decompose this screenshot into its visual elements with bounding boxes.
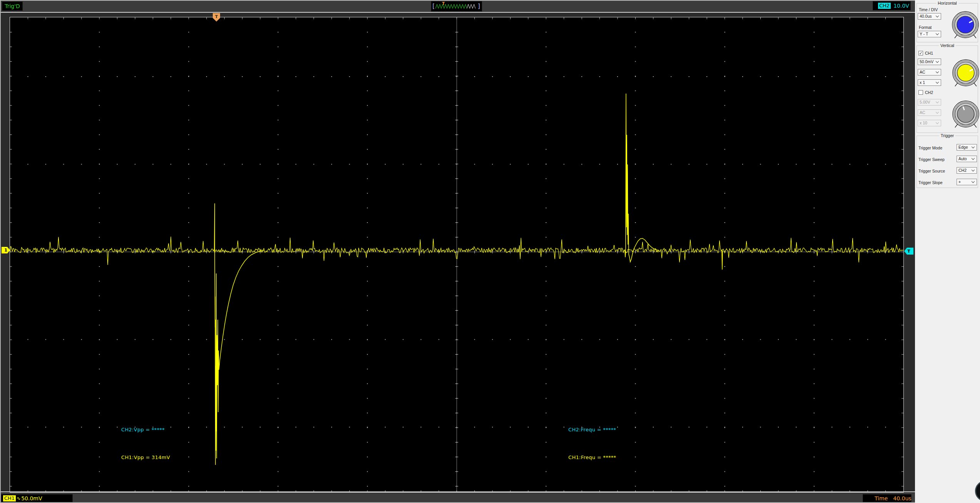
trigger-group-title: Trigger bbox=[939, 133, 955, 138]
format-select[interactable]: Y - T bbox=[918, 31, 941, 37]
format-label: Format bbox=[919, 25, 932, 30]
horizontal-group: Horizontal Time / DIV 40.0us Format Y - … bbox=[917, 3, 978, 42]
format-value: Y - T bbox=[920, 31, 928, 37]
ch1-vpp-readout: CH1:Vpp = 314mV bbox=[121, 454, 170, 460]
preview-trigger-marker[interactable]: T bbox=[442, 2, 445, 6]
chevron-down-icon bbox=[972, 180, 975, 183]
ch2-checkbox[interactable] bbox=[918, 90, 923, 95]
ch2-scale-value: 5.00V bbox=[920, 99, 930, 105]
ch1-coupling-select[interactable]: AC bbox=[918, 69, 941, 75]
ch2-enable-row[interactable]: CH2 bbox=[918, 90, 933, 95]
chevron-down-icon bbox=[936, 121, 939, 124]
chevron-down-icon bbox=[936, 111, 939, 114]
ch1-coupling-value: AC bbox=[920, 69, 925, 75]
control-panel: Horizontal Time / DIV 40.0us Format Y - … bbox=[915, 0, 980, 503]
chevron-down-icon bbox=[936, 70, 939, 73]
time-div-label: Time / DIV bbox=[919, 7, 938, 12]
oscilloscope-app: Trig'D [ ] T CH2 10.0V CH2:Vpp = ***** C… bbox=[0, 0, 980, 503]
trigger-source-value: CH2 bbox=[958, 168, 967, 173]
vertical-group-title: Vertical bbox=[939, 43, 956, 48]
plot-bottom-separator bbox=[1, 491, 915, 492]
ch1-probe-value: x 1 bbox=[920, 80, 925, 86]
trigger-status-badge: Trig'D bbox=[2, 2, 23, 11]
preview-right-bracket: ] bbox=[478, 3, 480, 9]
waveform-display[interactable] bbox=[10, 17, 904, 493]
ch1-scale-select[interactable]: 50.0mV bbox=[918, 59, 941, 65]
ch2-coupling-select[interactable]: AC bbox=[918, 109, 941, 116]
trigger-sweep-value: Auto bbox=[958, 156, 967, 162]
trigger-sweep-label: Trigger Sweep bbox=[918, 157, 945, 162]
chevron-down-icon bbox=[972, 145, 975, 148]
ch2-probe-value: x 10 bbox=[920, 120, 927, 126]
trigger-source-select[interactable]: CH2 bbox=[957, 167, 977, 174]
chevron-down-icon bbox=[972, 168, 975, 171]
ch1-chip: CH1 bbox=[3, 495, 16, 501]
trigger-mode-select[interactable]: Edge bbox=[957, 144, 977, 151]
ch1-enable-row[interactable]: ✓ CH1 bbox=[918, 51, 933, 55]
trigger-slope-select[interactable]: + bbox=[957, 179, 977, 185]
chevron-down-icon bbox=[936, 100, 939, 103]
trigger-sweep-select[interactable]: Auto bbox=[957, 156, 977, 162]
trigger-level-readout: CH2 10.0V bbox=[873, 1, 911, 10]
ch1-scale-value: 50.0mV bbox=[920, 59, 933, 65]
trigger-slope-label: Trigger Slope bbox=[918, 180, 943, 185]
ch2-probe-select[interactable]: x 10 bbox=[918, 120, 941, 126]
ch2-scale-select[interactable]: 5.00V bbox=[918, 99, 941, 106]
ch2-position-knob[interactable] bbox=[950, 97, 980, 131]
time-scale-readout: Time 40.0us bbox=[863, 494, 912, 502]
ch2-checkbox-label: CH2 bbox=[925, 90, 933, 95]
ch1-freq-readout: CH1:Frequ = ***** bbox=[568, 454, 616, 460]
acquisition-preview[interactable]: [ ] T bbox=[431, 1, 482, 12]
ch2-coupling-value: AC bbox=[920, 110, 925, 116]
trigger-level-value: 10.0V bbox=[893, 3, 909, 9]
ch2-freq-readout: CH2:Frequ = ***** bbox=[568, 427, 616, 433]
vertical-group: Vertical ✓ CH1 50.0mV AC x 1 bbox=[917, 45, 978, 133]
ch1-probe-select[interactable]: x 1 bbox=[918, 79, 941, 86]
time-div-value: 40.0us bbox=[920, 13, 932, 19]
time-div-select[interactable]: 40.0us bbox=[918, 13, 941, 20]
chevron-down-icon bbox=[972, 157, 975, 160]
ch1-checkbox[interactable]: ✓ bbox=[918, 51, 923, 55]
trigger-status-text: Trig'D bbox=[5, 3, 20, 9]
chevron-down-icon bbox=[936, 32, 939, 35]
trigger-source-chip: CH2 bbox=[878, 3, 891, 9]
ch1-scale-readout: CH1 ∿ 50.0mV bbox=[1, 494, 73, 502]
trigger-mode-label: Trigger Mode bbox=[918, 146, 942, 150]
ac-coupling-icon: ∿ bbox=[17, 496, 20, 501]
ch1-scale-value: 50.0mV bbox=[21, 495, 42, 501]
horizontal-group-title: Horizontal bbox=[936, 1, 958, 5]
trigger-group: Trigger Trigger Mode Edge Trigger Sweep … bbox=[917, 136, 978, 188]
chevron-down-icon bbox=[936, 60, 939, 63]
trigger-source-label: Trigger Source bbox=[918, 169, 945, 173]
time-value: 40.0us bbox=[893, 495, 911, 501]
trigger-slope-value: + bbox=[958, 179, 961, 185]
corner-knob[interactable] bbox=[975, 481, 980, 501]
ch1-checkbox-label: CH1 bbox=[925, 51, 933, 55]
bottom-status-bar bbox=[1, 493, 915, 502]
horizontal-scale-knob[interactable] bbox=[950, 8, 980, 42]
chevron-down-icon bbox=[936, 14, 939, 17]
time-label: Time bbox=[875, 495, 888, 501]
ch2-vpp-readout: CH2:Vpp = ***** bbox=[121, 427, 165, 433]
trigger-mode-value: Edge bbox=[958, 144, 968, 150]
ch1-position-knob[interactable] bbox=[950, 56, 980, 90]
preview-waveform bbox=[435, 2, 478, 11]
chevron-down-icon bbox=[936, 80, 939, 84]
